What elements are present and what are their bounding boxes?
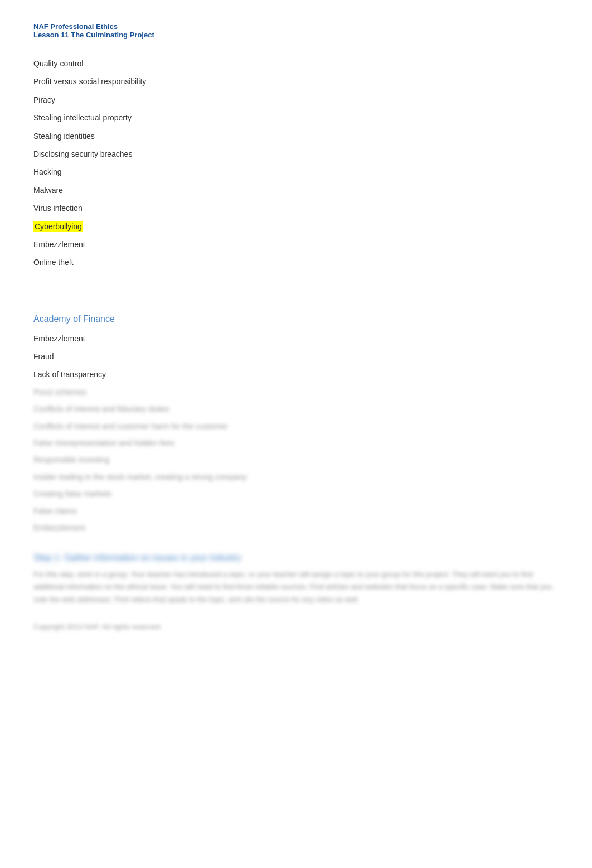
blurred-list-item: Conflicts of interest and fiduciary duti… (33, 401, 559, 417)
list-item: Embezzlement (33, 330, 559, 348)
list-item: Quality control (33, 55, 559, 73)
document-header: NAF Professional Ethics Lesson 11 The Cu… (33, 22, 559, 39)
header-title: NAF Professional Ethics (33, 22, 559, 31)
blurred-list-item: Responsible investing (33, 451, 559, 468)
blurred-paragraph: For this step, work in a group. Your tea… (33, 568, 559, 605)
list-item: Embezzlement (33, 235, 559, 253)
blurred-list-item: Insider trading in the stock market, cre… (33, 469, 559, 485)
list-item: Lack of transparency (33, 365, 559, 383)
list-item: Online theft (33, 253, 559, 271)
list-item: Malware (33, 181, 559, 199)
list-item: Virus infection (33, 199, 559, 217)
list-item-cyberbullying: Cyberbullying (33, 218, 559, 235)
list-item: Stealing intellectual property (33, 109, 559, 127)
list-item: Hacking (33, 163, 559, 181)
blurred-footer: Copyright 2013 NAF. All rights reserved. (33, 623, 559, 631)
blurred-step-heading: Step 1: Gather information on issues in … (33, 553, 559, 563)
blurred-list-item: False misrepresentation and hidden fees (33, 435, 559, 451)
header-subtitle: Lesson 11 The Culminating Project (33, 31, 559, 39)
list-item: Profit versus social responsibility (33, 73, 559, 90)
list-item: Fraud (33, 348, 559, 365)
first-topic-list: Quality control Profit versus social res… (33, 55, 559, 272)
lesson-number: Lesson 11 (33, 31, 69, 39)
blurred-list-item: Creating false markets (33, 485, 559, 502)
blurred-list-item: False claims (33, 503, 559, 519)
blurred-list-item: Conflicts of interest and customer harm … (33, 418, 559, 435)
blurred-list-item: Ponzi schemes (33, 384, 559, 401)
list-item: Piracy (33, 91, 559, 109)
list-item: Stealing identities (33, 127, 559, 145)
academy-of-finance-section: Academy of Finance Embezzlement Fraud La… (33, 314, 559, 537)
list-item: Disclosing security breaches (33, 145, 559, 163)
highlighted-text: Cyberbullying (33, 221, 83, 232)
lesson-name: The Culminating Project (71, 31, 154, 39)
blurred-list-item: Embezzlement (33, 519, 559, 536)
academy-section-heading: Academy of Finance (33, 314, 559, 324)
